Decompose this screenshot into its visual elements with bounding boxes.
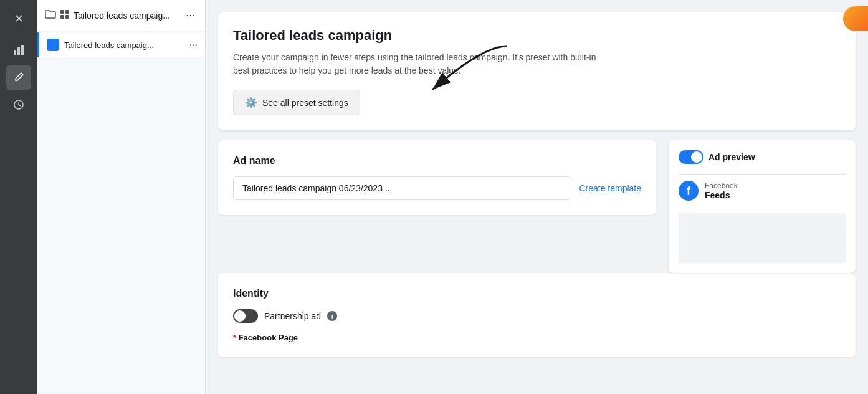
svg-rect-6	[60, 15, 64, 19]
ad-name-label: Ad name	[233, 155, 641, 166]
partnership-ad-label: Partnership ad	[264, 311, 321, 321]
arrow-container: ⚙️ See all preset settings	[233, 90, 841, 115]
edit-icon[interactable]	[6, 65, 31, 90]
campaign-item-title: Tailored leads campaig...	[64, 41, 189, 50]
required-asterisk: *	[233, 333, 239, 342]
sidebar-header: Tailored leads campaig... ···	[37, 0, 205, 31]
partnership-ad-toggle[interactable]	[233, 309, 258, 323]
sidebar: Tailored leads campaig... ··· Tailored l…	[37, 0, 206, 394]
ad-name-input-row: Create template	[233, 176, 641, 200]
facebook-logo-icon: f	[679, 181, 699, 201]
facebook-feeds: Feeds	[705, 190, 738, 200]
sidebar-header-title: Tailored leads campaig...	[74, 11, 183, 21]
campaign-title: Tailored leads campaign	[233, 27, 841, 44]
sidebar-campaign-item[interactable]: Tailored leads campaig... ···	[37, 32, 205, 57]
svg-rect-1	[17, 47, 20, 55]
ad-preview-toggle-row: Ad preview	[679, 150, 846, 164]
ad-name-card: Ad name Create template	[218, 140, 656, 215]
close-icon[interactable]: ✕	[6, 6, 31, 31]
partnership-ad-toggle-knob	[234, 310, 246, 322]
identity-card: Identity Partnership ad i * Facebook Pag…	[218, 273, 856, 357]
analytics-icon[interactable]	[6, 37, 31, 62]
svg-rect-5	[65, 10, 69, 14]
facebook-page-label: * Facebook Page	[233, 333, 841, 342]
grid-icon	[60, 9, 70, 22]
avatar	[843, 6, 868, 31]
campaign-item-menu-button[interactable]: ···	[189, 39, 198, 50]
svg-rect-2	[21, 45, 24, 55]
ad-preview-placeholder	[679, 213, 846, 263]
history-icon[interactable]	[6, 92, 31, 117]
sidebar-header-menu-button[interactable]: ···	[183, 6, 198, 24]
create-template-link[interactable]: Create template	[579, 183, 641, 193]
ad-preview-label: Ad preview	[708, 152, 755, 162]
icon-bar: ✕	[0, 0, 37, 394]
svg-rect-7	[65, 15, 69, 19]
preset-settings-button[interactable]: ⚙️ See all preset settings	[233, 90, 360, 115]
ad-preview-toggle[interactable]	[679, 150, 703, 164]
gear-icon: ⚙️	[245, 97, 257, 108]
ad-preview-toggle-knob	[691, 151, 702, 163]
fb-feeds-text: Facebook Feeds	[705, 181, 738, 200]
folder-icon	[45, 9, 56, 22]
campaign-item-icon	[47, 39, 59, 51]
facebook-feeds-row: f Facebook Feeds	[679, 174, 846, 207]
facebook-page-text: Facebook Page	[239, 333, 298, 342]
campaign-description: Create your campaign in fewer steps usin…	[233, 51, 607, 77]
svg-rect-4	[60, 10, 64, 14]
ad-name-preview-row: Ad name Create template Ad preview f Fac…	[218, 140, 856, 273]
ad-name-input[interactable]	[233, 176, 571, 200]
partnership-ad-toggle-row: Partnership ad i	[233, 309, 841, 323]
identity-label: Identity	[233, 288, 841, 299]
facebook-name: Facebook	[705, 181, 738, 190]
partnership-ad-info-icon[interactable]: i	[327, 311, 337, 321]
svg-rect-0	[14, 50, 16, 55]
main-content: Tailored leads campaign Create your camp…	[206, 0, 868, 394]
campaign-info-card: Tailored leads campaign Create your camp…	[218, 12, 856, 130]
ad-preview-panel: Ad preview f Facebook Feeds	[669, 140, 856, 273]
